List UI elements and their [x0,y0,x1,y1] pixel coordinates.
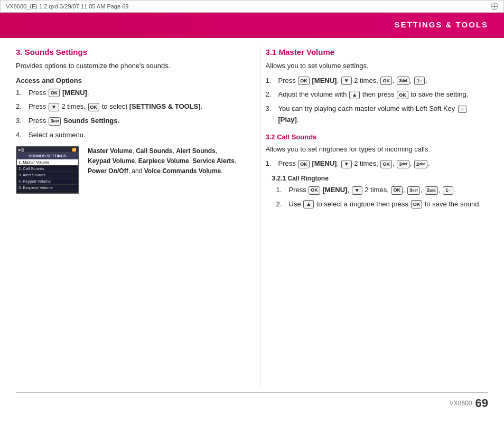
screen-item-4: 4. Keypad Volume [17,178,78,185]
r-nav-up-1: ▲ [349,91,360,99]
s321-ok-2: OK [391,186,403,195]
s321-nav-up: ▲ [303,200,314,208]
s321-step1-content: Press OK [MENU], ▼ 2 times, OK, 3def, 2a… [289,185,489,196]
r-ok-key-3: OK [397,91,408,99]
key-3def: 3def [49,117,61,126]
section-3-intro: Provides options to customize the phone'… [16,61,239,71]
s321-key-3def: 3def [407,186,420,195]
screen-item-1: 1. Master Volume [17,159,78,166]
step4-content: Select a submenu. [29,130,239,141]
s321-ok-1: OK [309,186,320,195]
screen-header: ▶||| 📶 [17,147,78,153]
s32-ok-2: OK [380,160,392,168]
nav-down-key-1: ▼ [49,103,59,111]
r-ok-key-2: OK [380,77,392,85]
left-step-1: 1. Press OK [MENU]. [16,88,239,99]
brand-label: VX8600 [450,400,472,407]
top-bar-text: VX8600_(E) 1.2.qxd 3/29/07 11:05 AM Page… [6,3,128,10]
step3-content: Press 3def Sounds Settings. [29,116,239,127]
section-3-2-intro: Allows you to set ringtones for types of… [266,144,489,155]
section-3-2-step-1: 1. Press OK [MENU], ▼ 2 times, OK, 3def,… [266,158,489,169]
s321-step2-num: 2. [276,199,287,210]
section-3-1-heading: 3.1 Master Volume [266,48,489,56]
r-step3-content: You can try playing each master volume w… [278,103,489,126]
r-key-1: 1◦◦ [414,77,425,85]
screen-item-5: 5. Earpiece Volume [17,185,78,191]
phone-screenshot-row: ▶||| 📶 SOUNDS SETTINGS 1. Master Volume … [16,146,239,194]
step2-content: Press ▼ 2 times, OK to select [SETTINGS … [29,101,239,112]
left-step-2: 2. Press ▼ 2 times, OK to select [SETTIN… [16,101,239,112]
screen-item-2: 2. Call Sounds [17,166,78,172]
step1-num: 1. [16,88,26,99]
r-step1-content: Press OK [MENU], ▼ 2 times, OK, 3def, 1◦… [278,75,489,87]
top-bar: VX8600_(E) 1.2.qxd 3/29/07 11:05 AM Page… [0,0,504,13]
step4-num: 4. [16,130,26,141]
section-3-2-heading: 3.2 Call Sounds [266,133,489,141]
bottom-bar: VX8600 69 [0,393,504,414]
left-step-4: 4. Select a submenu. [16,130,239,141]
r-step1-num: 1. [266,75,276,87]
s32-ok-1: OK [298,160,310,168]
header-title: SETTINGS & TOOLS [394,20,488,29]
ok-key-2: OK [88,103,100,111]
left-soft-key-icon: – [458,106,466,113]
screen-title-text: SOUNDS SETTINGS [17,153,78,159]
phone-screen: ▶||| 📶 SOUNDS SETTINGS 1. Master Volume … [16,146,79,194]
s32-step1-num: 1. [266,158,276,169]
s32-step1-content: Press OK [MENU], ▼ 2 times, OK, 3def, 2a… [278,158,489,169]
step2-num: 2. [16,101,26,112]
ok-key-1: OK [49,89,60,97]
header-bar: SETTINGS & TOOLS [0,13,504,36]
screen-item-3: 3. Alert Sounds [17,172,78,178]
section-3-heading: 3. Sounds Settings [16,48,239,56]
s32-key-3def: 3def [397,160,409,168]
section-3-2-1-heading: 3.2.1 Call Ringtone [266,175,489,182]
r-key-3def-1: 3def [397,77,409,85]
r-step2-num: 2. [266,89,276,100]
s321-ok-3: OK [411,200,423,208]
s32-key-2abc: 2abc [414,160,427,168]
access-options-label: Access and Options [16,77,239,84]
s32-nav-down: ▼ [341,160,352,168]
section-3-2-1-step-2: 2. Use ▲ to select a ringtone then press… [266,199,489,210]
right-step-3: 3. You can try playing each master volum… [266,103,489,126]
left-column: 3. Sounds Settings Provides options to c… [16,48,244,387]
r-ok-key-1: OK [298,77,310,85]
section-3-1-intro: Allows you to set volume settings. [266,61,489,71]
section-3-2-1-step-1: 1. Press OK [MENU], ▼ 2 times, OK, 3def,… [266,185,489,196]
step1-content: Press OK [MENU]. [29,88,239,99]
s321-step2-content: Use ▲ to select a ringtone then press OK… [289,199,489,210]
crosshair-icon [491,3,498,10]
r-step2-content: Adjust the volume with ▲ then press OK t… [278,89,489,100]
step3-num: 3. [16,116,26,127]
right-step-1: 1. Press OK [MENU], ▼ 2 times, OK, 3def,… [266,75,489,87]
s321-key-1: 1◦◦ [443,186,453,195]
r-step3-num: 3. [266,103,276,115]
left-step-3: 3. Press 3def Sounds Settings. [16,116,239,127]
screen-item-6: 6. Service Alerts [17,191,78,194]
right-step-2: 2. Adjust the volume with ▲ then press O… [266,89,489,100]
s321-nav-down: ▼ [352,186,362,195]
right-column: 3.1 Master Volume Allows you to set volu… [260,48,489,387]
s321-step1-num: 1. [276,185,287,196]
s321-key-2abc: 2abc [425,186,438,195]
main-content: 3. Sounds Settings Provides options to c… [0,38,504,392]
phone-desc: Master Volume, Call Sounds, Alert Sounds… [88,146,239,177]
page-number: 69 [475,396,488,410]
r-nav-down-1: ▼ [341,77,352,85]
